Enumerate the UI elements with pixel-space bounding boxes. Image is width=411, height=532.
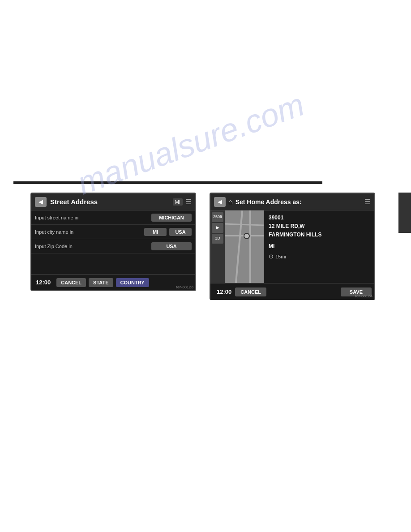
content-area-right: 250 ft ▶ 3D 39001 12 MILE RD,W FARMINGTO… (210, 210, 374, 283)
city-name-row: Input city name in MI USA (31, 225, 195, 239)
map-marker (244, 233, 250, 239)
address-city: FARMINGTON HILLS (269, 231, 370, 239)
distance-info: ⊙ 15mi (269, 253, 370, 260)
back-button-left[interactable]: ◀ (35, 197, 47, 207)
section-divider (13, 181, 322, 184)
screen-left-title: Street Address (50, 198, 173, 206)
title-bar-right: ◀ ⌂ Set Home Address as: ☰ (210, 193, 374, 210)
menu-icon-right[interactable]: ☰ (364, 197, 371, 206)
map-road-4 (225, 223, 264, 226)
map-panel: 250 ft ▶ 3D (210, 210, 264, 283)
cancel-button-left[interactable]: CANCEL (56, 278, 86, 287)
info-panel: 39001 12 MILE RD,W FARMINGTON HILLS MI ⊙… (264, 210, 374, 283)
zip-code-label: Input Zip Code in (35, 244, 151, 249)
street-name-label: Input street name in (35, 215, 151, 220)
bottom-bar-left: 12:00 CANCEL STATE COUNTRY (31, 274, 195, 290)
map-area (225, 210, 264, 283)
menu-icon-left[interactable]: ☰ (185, 197, 192, 206)
city-values-pair: MI USA (144, 228, 192, 236)
address-street: 12 MILE RD,W (269, 223, 370, 230)
mi-badge: MI (173, 198, 183, 206)
zoom-label: 250 (213, 215, 220, 219)
cancel-button-right[interactable]: CANCEL (235, 287, 266, 296)
compass-icon: ⊙ (269, 253, 274, 260)
city-country-value[interactable]: USA (169, 228, 192, 236)
screen-right-title: Set Home Address as: (235, 198, 364, 206)
state-button[interactable]: STATE (89, 278, 113, 287)
ref-id-left: rer-38123 (176, 285, 193, 289)
city-state-value[interactable]: MI (144, 228, 167, 236)
city-name-label: Input city name in (35, 229, 144, 235)
zip-code-row: Input Zip Code in USA (31, 239, 195, 253)
zoom-level-btn[interactable]: 250 ft (212, 212, 223, 222)
watermark: manualsure.com (73, 86, 309, 202)
title-bar-left: ◀ Street Address MI ☰ (31, 193, 195, 210)
home-icon: ⌂ (228, 198, 233, 206)
distance-value: 15mi (275, 254, 286, 259)
address-zip: 39001 (269, 214, 370, 222)
street-name-value[interactable]: MICHIGAN (151, 214, 192, 222)
country-button[interactable]: COUNTRY (116, 278, 149, 287)
street-address-screen: ◀ Street Address MI ☰ Input street name … (30, 193, 196, 291)
info-spacer (269, 239, 370, 242)
set-home-address-screen: ◀ ⌂ Set Home Address as: ☰ 250 ft ▶ 3D (210, 193, 375, 300)
time-display-right: 12:00 (213, 288, 235, 295)
3d-button[interactable]: 3D (212, 234, 223, 244)
bottom-bar-right: 12:00 CANCEL SAVE (210, 283, 374, 300)
street-name-row: Input street name in MICHIGAN (31, 210, 195, 225)
map-road-2 (249, 210, 251, 283)
back-button-right[interactable]: ◀ (214, 197, 226, 207)
map-road-1 (235, 210, 243, 283)
time-display-left: 12:00 (31, 279, 55, 286)
play-button[interactable]: ▶ (212, 223, 223, 233)
zip-code-value[interactable]: USA (151, 242, 192, 250)
map-controls: 250 ft ▶ 3D (210, 210, 225, 283)
zoom-unit: ft (220, 215, 222, 219)
sidebar-bar (398, 193, 411, 233)
address-state: MI (269, 243, 370, 250)
ref-id-right: rer-38124 (355, 294, 372, 298)
